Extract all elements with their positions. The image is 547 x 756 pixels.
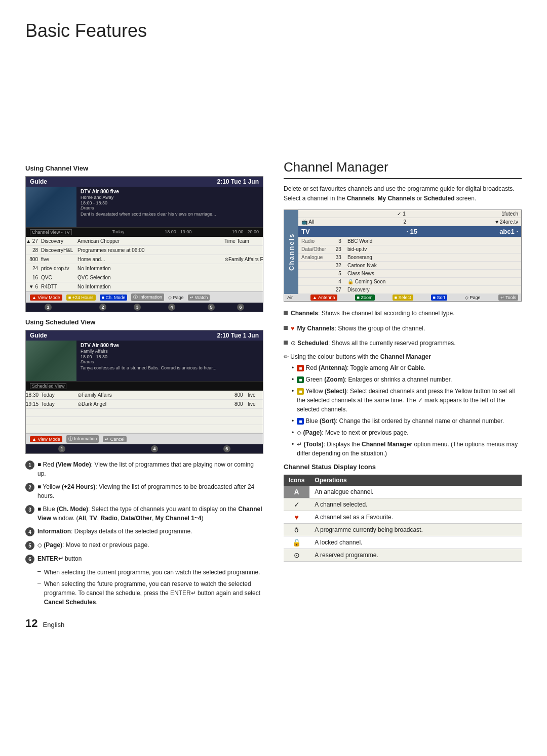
op-locked: A locked channel. bbox=[309, 536, 522, 549]
guide-ch-row: ▼ 6 R4DTT No Information bbox=[26, 282, 263, 291]
guide-ch-row: 16 QVC QVC Selection bbox=[26, 273, 263, 282]
cm-row-label: Data/Other bbox=[298, 245, 329, 254]
icon-selected: ✓ bbox=[284, 498, 309, 511]
icon-reserved: ⊙ bbox=[284, 549, 309, 561]
left-column: Using Channel View Guide 2:10 Tue 1 Jun … bbox=[25, 159, 263, 736]
cm-title: Channel Manager bbox=[284, 159, 522, 179]
cm-btn-antenna[interactable]: ▲ Antenna bbox=[310, 295, 337, 301]
cm-tv-ch: abc1 · bbox=[417, 228, 518, 235]
scheduled-guide-content: DTV Air 800 five Family Affairs 18:00 - … bbox=[26, 341, 263, 381]
guide-program-subtitle: Home and Away bbox=[81, 195, 259, 200]
cm-tv-row-highlighted: TV · 15 abc1 · bbox=[298, 226, 521, 237]
cm-num2: 2 bbox=[403, 219, 406, 225]
scheduled-label-bar: Scheduled View bbox=[26, 381, 263, 391]
num-item-1: 1 ■ Red (View Mode): View the list of pr… bbox=[25, 460, 263, 478]
cm-btn-tools[interactable]: ↵ Tools bbox=[498, 295, 518, 301]
guide-desc: Dani is devastated when scott makes clea… bbox=[81, 212, 259, 217]
tools-bullet: • ↵ (Tools): Displays the Channel Manage… bbox=[292, 440, 522, 458]
enter-subitems: – When selecting the current programme, … bbox=[37, 568, 263, 607]
scheduled-program-info: DTV Air 800 five Family Affairs 18:00 - … bbox=[76, 341, 263, 381]
cm-sidebar-label: Channels bbox=[284, 210, 298, 294]
guide-view-label: Channel View - TV bbox=[30, 229, 72, 235]
scheduled-rows: 18:30 Today ⊙Family Affairs 800 five 19:… bbox=[26, 391, 263, 433]
btn-24hours[interactable]: ■ +24 Hours bbox=[66, 295, 96, 301]
guide-program-title: DTV Air 800 five bbox=[81, 189, 259, 194]
channel-view-guide-box: Guide 2:10 Tue 1 Jun DTV Air 800 five Ho… bbox=[25, 176, 263, 312]
icon-favourite: ♥ bbox=[284, 511, 309, 523]
scheduled-guide-label: Guide bbox=[30, 332, 47, 339]
icon-row-broadcast: ǒ A programme currently being broadcast. bbox=[284, 523, 522, 536]
cm-header-ch2: ♥ 24ore.tv bbox=[495, 219, 518, 225]
icons-col-header: Icons bbox=[284, 475, 309, 486]
mychannels-bullet: ♥ My Channels: Shows the group of the ch… bbox=[284, 324, 522, 333]
cm-footer: Air ▲ Antenna ■ Zoom ■ Select ■ Sort ◇ P… bbox=[284, 294, 521, 301]
guide-label: Guide bbox=[30, 178, 47, 185]
icons-table: Icons Operations A An analogue channel. … bbox=[284, 475, 522, 562]
cm-layout: Channels ✓ 1 1futech 📺 All 2 ♥ 24ore.tv bbox=[284, 210, 521, 294]
guide-thumbnail bbox=[26, 187, 76, 227]
cm-row-27: 27 Discovery bbox=[298, 286, 521, 294]
cm-ui-mockup: Channels ✓ 1 1futech 📺 All 2 ♥ 24ore.tv bbox=[284, 209, 522, 302]
num-item-2: 2 ■ Yellow (+24 Hours): Viewing the list… bbox=[25, 482, 263, 500]
btn-sched-view-mode[interactable]: ▲ View Mode bbox=[30, 436, 62, 442]
cm-row-label: Analogue bbox=[298, 254, 329, 262]
channel-view-header: Using Channel View bbox=[25, 164, 263, 172]
op-favourite: A channel set as a Favourite. bbox=[309, 511, 522, 523]
btn-sched-cancel[interactable]: ↵ Cancel bbox=[103, 436, 127, 442]
channels-bullet: Channels: Shows the channel list accordi… bbox=[284, 309, 522, 318]
btn-watch[interactable]: ↵ Watch bbox=[188, 295, 210, 301]
cm-btn-sort[interactable]: ■ Sort bbox=[431, 295, 447, 301]
btn-information[interactable]: ⓘ Information bbox=[131, 293, 164, 301]
guide-today: Today bbox=[112, 229, 124, 235]
scheduled-empty-row bbox=[26, 425, 263, 433]
num-item-3: 3 ■ Blue (Ch. Mode): Select the type of … bbox=[25, 505, 263, 523]
mychannels-bullet-icon bbox=[284, 326, 288, 330]
scheduled-empty-row bbox=[26, 417, 263, 425]
cm-row-data: Data/Other 23 bid-up.tv bbox=[298, 245, 521, 254]
guide-time2: 19:00 - 20:00 bbox=[232, 229, 259, 235]
btn-page[interactable]: ◇ Page bbox=[168, 295, 184, 300]
cm-row-5: 5 Class News bbox=[298, 270, 521, 278]
btn-ch-mode[interactable]: ■ Ch. Mode bbox=[100, 295, 128, 301]
guide-schedule-bar: Channel View - TV Today 18:00 - 19:00 19… bbox=[26, 227, 263, 237]
cm-btn-zoom[interactable]: ■ Zoom bbox=[355, 295, 375, 301]
operations-col-header: Operations bbox=[309, 475, 522, 486]
guide-program-time: 18:00 - 18:30 bbox=[81, 200, 259, 205]
channels-bullet-icon bbox=[284, 311, 288, 315]
icon-row-favourite: ♥ A channel set as a Favourite. bbox=[284, 511, 522, 523]
cm-all-icon: 📺 All bbox=[301, 219, 314, 225]
cm-header-ch1: 1futech bbox=[501, 211, 518, 217]
page-bullet: • ◇ (Page): Move to next or previous pag… bbox=[292, 428, 522, 437]
scheduled-program-subtitle: Family Affairs bbox=[81, 349, 259, 354]
cm-tv-num: · 15 bbox=[402, 228, 417, 235]
op-reserved: A reserved programme. bbox=[309, 549, 522, 561]
guide-content: DTV Air 800 five Home and Away 18:00 - 1… bbox=[26, 187, 263, 227]
cm-intro: Delete or set favourites channels and us… bbox=[284, 184, 522, 203]
btn-sched-info[interactable]: ⓘ Information bbox=[66, 435, 99, 443]
right-column: Channel Manager Delete or set favourites… bbox=[284, 159, 522, 736]
cm-row-analogue: Analogue 33 Boonerang bbox=[298, 254, 521, 262]
cm-row-label: Radio bbox=[298, 237, 329, 245]
yellow-bullet: • ■ Yellow (Select): Select desired chan… bbox=[292, 387, 522, 414]
icons-section-title: Channel Status Display Icons bbox=[284, 463, 522, 471]
scheduled-guide-time: 2:10 Tue 1 Jun bbox=[217, 332, 259, 339]
green-bullet: • ■ Green (Zoom): Enlarges or shrinks a … bbox=[292, 375, 522, 384]
icon-analogue: A bbox=[284, 486, 309, 498]
enter-subitem-1: – When selecting the current programme, … bbox=[37, 568, 263, 577]
scheduled-view-label: Scheduled View bbox=[30, 383, 66, 389]
num-item-5: 5 ◇ (Page): Move to next or previous pag… bbox=[25, 540, 263, 550]
guide-header: Guide 2:10 Tue 1 Jun bbox=[26, 177, 263, 187]
scheduled-bullet-icon bbox=[284, 341, 288, 345]
scheduled-row: 19:15 Today ⊙Dark Angel 800 five bbox=[26, 400, 263, 409]
scheduled-program-title: DTV Air 800 five bbox=[81, 343, 259, 348]
cm-channels-table: Radio 3 BBC World Data/Other 23 bid-up.t… bbox=[298, 237, 521, 294]
numbered-list: 1 ■ Red (View Mode): View the list of pr… bbox=[25, 460, 263, 607]
op-selected: A channel selected. bbox=[309, 498, 522, 511]
guide-program-info: DTV Air 800 five Home and Away 18:00 - 1… bbox=[76, 187, 263, 227]
scheduled-empty-row bbox=[26, 409, 263, 417]
icon-row-analogue: A An analogue channel. bbox=[284, 486, 522, 498]
cm-btn-select[interactable]: ■ Select bbox=[393, 295, 413, 301]
btn-view-mode[interactable]: ▲ View Mode bbox=[30, 295, 62, 301]
op-broadcast: A programme currently being broadcast. bbox=[309, 523, 522, 536]
num-item-6: 6 ENTER↵ button bbox=[25, 554, 263, 564]
